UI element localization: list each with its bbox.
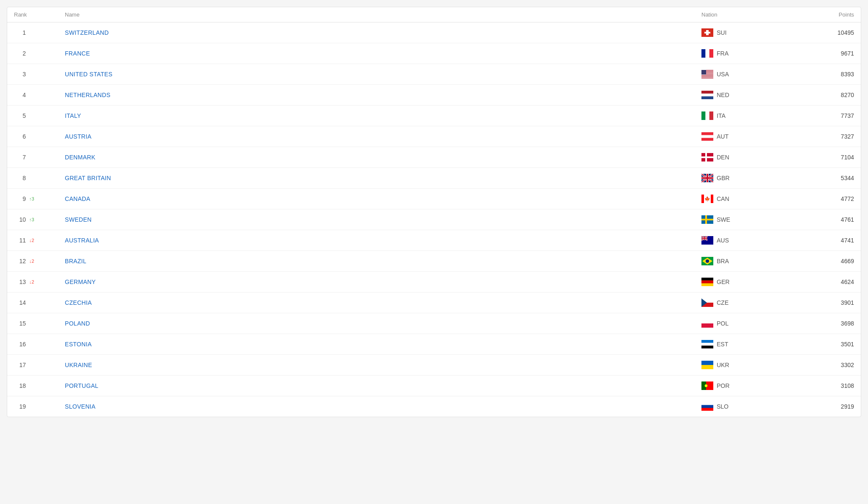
nation-code: POL: [717, 320, 729, 327]
flag-icon: [701, 91, 713, 99]
flag-icon: [701, 70, 713, 78]
country-name[interactable]: BRAZIL: [65, 258, 701, 265]
nation-cell: SUI: [701, 28, 795, 37]
flag-icon: [701, 111, 713, 120]
country-name[interactable]: POLAND: [65, 320, 701, 327]
country-name[interactable]: UNITED STATES: [65, 71, 701, 78]
nation-cell: USA: [701, 70, 795, 78]
country-name[interactable]: GERMANY: [65, 278, 701, 285]
svg-rect-74: [701, 405, 713, 408]
country-name[interactable]: FRANCE: [65, 50, 701, 57]
country-name[interactable]: NETHERLANDS: [65, 92, 701, 98]
svg-text:🍁: 🍁: [704, 196, 710, 202]
country-name[interactable]: CZECHIA: [65, 299, 701, 306]
nation-code: EST: [717, 341, 728, 348]
rank-number: 13: [14, 278, 26, 285]
rank-change: ↑3: [29, 196, 34, 201]
svg-rect-37: [701, 195, 704, 203]
country-name[interactable]: DENMARK: [65, 154, 701, 161]
nation-code: GER: [717, 278, 729, 285]
flag-icon: [701, 174, 713, 182]
svg-point-55: [706, 259, 709, 263]
flag-icon: 🍁: [701, 195, 713, 203]
rank-number: 14: [14, 299, 26, 306]
rank-cell: 17: [14, 362, 65, 368]
points-cell: 4772: [795, 195, 854, 202]
svg-rect-35: [701, 177, 713, 179]
svg-rect-5: [701, 49, 705, 58]
nation-cell: CZE: [701, 298, 795, 307]
country-name[interactable]: GREAT BRITAIN: [65, 175, 701, 181]
nation-cell: 🍁 CAN: [701, 195, 795, 203]
points-cell: 5344: [795, 175, 854, 181]
nation-code: ITA: [717, 112, 726, 119]
nation-cell: BRA: [701, 257, 795, 265]
rank-cell: 12 ↓2: [14, 258, 65, 265]
svg-rect-12: [701, 76, 713, 77]
svg-rect-63: [701, 319, 713, 323]
points-cell: 4624: [795, 278, 854, 285]
nation-cell: POR: [701, 381, 795, 390]
rankings-table: Rank Name Nation Points 1 SWITZERLAND SU…: [7, 7, 861, 417]
rank-number: 5: [14, 112, 26, 119]
svg-rect-68: [701, 361, 713, 365]
table-row: 14 CZECHIA CZE 3901: [7, 292, 861, 313]
rank-number: 10: [14, 216, 26, 223]
country-name[interactable]: ESTONIA: [65, 341, 701, 348]
table-row: 15 POLAND POL 3698: [7, 313, 861, 334]
table-row: 16 ESTONIA EST 3501: [7, 334, 861, 355]
country-name[interactable]: SWEDEN: [65, 216, 701, 223]
table-row: 1 SWITZERLAND SUI 10495: [7, 22, 861, 43]
table-row: 10 ↑3 SWEDEN SWE 4761: [7, 209, 861, 230]
country-name[interactable]: AUSTRALIA: [65, 237, 701, 244]
table-row: 17 UKRAINE UKR 3302: [7, 355, 861, 376]
rank-number: 2: [14, 50, 26, 57]
svg-rect-57: [701, 278, 713, 281]
points-cell: 2919: [795, 403, 854, 410]
nation-code: POR: [717, 382, 729, 389]
points-cell: 8393: [795, 71, 854, 78]
rank-number: 19: [14, 403, 26, 410]
svg-rect-52: [701, 238, 707, 239]
flag-icon: [701, 257, 713, 265]
country-name[interactable]: AUSTRIA: [65, 133, 701, 140]
country-name[interactable]: CANADA: [65, 195, 701, 202]
country-name[interactable]: UKRAINE: [65, 362, 701, 368]
country-name[interactable]: SLOVENIA: [65, 403, 701, 410]
nation-cell: DEN: [701, 153, 795, 162]
nation-cell: UKR: [701, 361, 795, 369]
flag-icon: [701, 381, 713, 390]
svg-rect-22: [701, 132, 713, 135]
rank-number: 18: [14, 382, 26, 389]
svg-rect-14: [701, 70, 706, 75]
country-name[interactable]: SWITZERLAND: [65, 29, 701, 36]
points-cell: 4761: [795, 216, 854, 223]
rank-cell: 14: [14, 299, 65, 306]
svg-rect-38: [711, 195, 713, 203]
nation-code: FRA: [717, 50, 729, 57]
table-row: 6 AUSTRIA AUT 7327: [7, 126, 861, 147]
nation-code: UKR: [717, 362, 729, 368]
rank-cell: 1: [14, 29, 65, 36]
rank-cell: 2: [14, 50, 65, 57]
points-cell: 4669: [795, 258, 854, 265]
nation-cell: GBR: [701, 174, 795, 182]
nation-code: GBR: [717, 175, 729, 181]
country-name[interactable]: PORTUGAL: [65, 382, 701, 389]
nation-code: USA: [717, 71, 729, 78]
rank-cell: 18: [14, 382, 65, 389]
table-row: 18 PORTUGAL POR 3108: [7, 376, 861, 396]
flag-icon: [701, 215, 713, 224]
points-cell: 3302: [795, 362, 854, 368]
rank-number: 15: [14, 320, 26, 327]
nation-code: NED: [717, 92, 729, 98]
rank-cell: 13 ↓2: [14, 278, 65, 285]
table-body: 1 SWITZERLAND SUI 10495 2 FRANCE FRA 967…: [7, 22, 861, 417]
rank-change: ↓2: [29, 279, 34, 284]
rank-cell: 4: [14, 92, 65, 98]
nation-code: SWE: [717, 216, 730, 223]
country-name[interactable]: ITALY: [65, 112, 701, 119]
svg-rect-16: [701, 91, 713, 94]
flag-icon: [701, 361, 713, 369]
nation-cell: POL: [701, 319, 795, 328]
